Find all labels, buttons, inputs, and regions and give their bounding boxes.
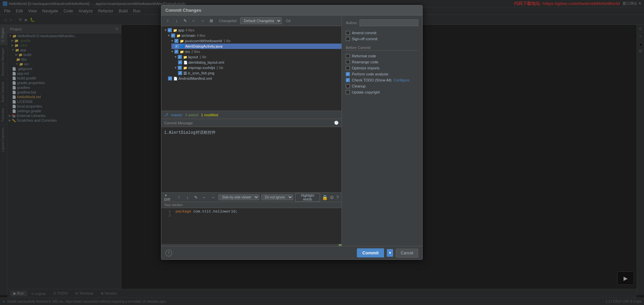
branch-name: master [171,113,182,117]
ft-java-helloworld[interactable]: ▼ ✓ 📁 java\com\ttit\helloworld 1 file [168,38,341,44]
help-button[interactable]: ? [165,250,172,256]
diff-viewer-select[interactable]: Side-by-side viewer [218,194,259,200]
ft-check-fish[interactable]: ✓ [178,71,182,75]
optimize-imports-label: Optimize imports [352,66,380,70]
cancel-button[interactable]: Cancel [396,249,418,257]
dialog-title: Commit Changes [165,8,201,13]
diff-lock-icon[interactable]: 🔒 [322,195,328,200]
diff-line-1: 1 package com.ttit.helloworld; [164,209,339,213]
ft-mipmap[interactable]: ▼ ✓ 📁 mipmap-xxxhdpi 1 file [171,65,341,70]
ft-androidmanifest[interactable]: ✓ 📄 AndroidManifest.xml [165,76,341,81]
dialog-left-panel: ↑ ↓ ✎ ← → ⊞ Changelist: Default Changeli… [161,15,342,246]
ft-app[interactable]: ▼ ✓ 📁 app 4 files [161,27,341,33]
diff-header: ▼ Diff ↑ ↓ ✎ ← → Side-by-side viewer Do … [161,193,341,202]
reformat-code-label: Reformat code [352,54,376,58]
perform-code-analysis-label: Perform code analysis [352,72,388,76]
modified-badge: 1 modified [201,113,218,117]
author-label: Author: [346,21,358,25]
diff-help-icon[interactable]: ? [336,195,339,200]
update-copyright-row: Update copyright [346,90,418,94]
ft-check-layout-xml[interactable]: ✓ [178,60,182,64]
toolbar-diff-right[interactable]: → [199,17,206,24]
diff-scrollbar-area [161,244,341,246]
ft-src-main[interactable]: ▼ ✓ 📁 src\main 4 files [165,33,341,38]
toolbar-navigate-down[interactable]: ↓ [173,17,180,24]
cleanup-checkbox[interactable] [346,84,350,88]
toolbar-edit[interactable]: ✎ [181,17,189,24]
dialog-title-bar: Commit Changes [161,5,422,15]
toolbar-diff-left[interactable]: ← [190,17,198,24]
commit-message-input[interactable]: 1.AlertDialog对话框控件 [161,127,341,192]
check-todo-row: Check TODO (Show All) Configure [346,78,418,82]
diff-nav-down[interactable]: ↓ [184,194,191,201]
diff-area: ▼ Diff ↑ ↓ ✎ ← → Side-by-side viewer Do … [161,192,341,246]
commit-dropdown-button[interactable]: ▼ [387,249,393,257]
footer-buttons: Commit ▼ Cancel [357,248,418,257]
diff-edit[interactable]: ✎ [193,194,199,201]
diff-nav-up[interactable]: ↑ [176,194,182,201]
rearrange-code-checkbox[interactable] [346,60,350,64]
ft-check-srcmain[interactable]: ✓ [171,34,175,38]
ft-layout[interactable]: ▼ ✓ 📁 layout 1 file [171,54,341,60]
ft-check-layout[interactable]: ✓ [178,55,182,59]
diff-right[interactable]: → [210,194,216,201]
perform-code-analysis-checkbox[interactable] [346,72,350,76]
commit-message-history-icon[interactable]: 🕐 [334,121,339,125]
update-copyright-checkbox[interactable] [346,90,350,94]
cleanup-label: Cleanup [352,84,366,88]
dialog-file-toolbar: ↑ ↓ ✎ ← → ⊞ Changelist: Default Changeli… [161,15,341,26]
amend-commit-row: Amend commit [346,31,418,35]
before-commit-section: Before Commit [346,46,418,51]
optimize-imports-checkbox[interactable] [346,66,350,70]
dialog-body: ↑ ↓ ✎ ← → ⊞ Changelist: Default Changeli… [161,15,422,246]
check-todo-label: Check TODO (Show All) [352,78,391,82]
ft-check-mipmap[interactable]: ✓ [178,66,182,70]
toolbar-navigate-up[interactable]: ↑ [164,17,171,24]
changelist-select[interactable]: Default Changelist [240,17,282,24]
ft-check-alertdialog[interactable]: ✓ [175,44,179,48]
added-badge: 3 added [185,113,199,117]
perform-code-analysis-row: Perform code analysis [346,72,418,76]
toolbar-expand[interactable]: ⊞ [208,17,215,24]
reformat-code-row: Reformat code [346,54,418,58]
changelist-label: Changelist: [219,19,237,23]
branch-bar: ⎇ master 3 added 1 modified [161,111,341,119]
sign-off-commit-label: Sign-off commit [352,37,377,41]
diff-ignore-select[interactable]: Do not ignore [261,194,293,200]
amend-commit-checkbox[interactable] [346,31,350,35]
diff-line-2: 2 [164,213,339,218]
ft-res[interactable]: ▼ ✓ 📁 res 2 files [168,49,341,54]
reformat-code-checkbox[interactable] [346,54,350,58]
diff-highlight-words[interactable]: Highlight words [295,193,320,202]
check-todo-checkbox[interactable] [346,78,350,82]
diff-code-content: 1 package com.ttit.helloworld; 2 [161,208,341,244]
rearrange-code-label: Rearrange code [352,60,378,64]
author-row: Author: [346,19,418,26]
git-label: Git [286,19,290,23]
dialog-footer: ? Commit ▼ Cancel [161,246,422,259]
amend-commit-label: Amend commit [352,31,376,35]
dialog-file-tree: ▼ ✓ 📁 app 4 files ▼ ✓ 📁 src\main 4 files… [161,26,341,111]
commit-button[interactable]: Commit [357,248,384,257]
author-input[interactable] [360,19,418,26]
ft-check-res[interactable]: ✓ [174,50,178,54]
ft-check-java[interactable]: ✓ [174,39,178,43]
update-copyright-label: Update copyright [352,90,380,94]
diff-your-version-label: Your version [161,202,341,208]
ft-check-app[interactable]: ✓ [168,28,172,32]
ft-alertdialog-activity[interactable]: ✓ 🟦 AlertDialogActivity.java [171,44,341,49]
ft-alertdialog-layout[interactable]: ✓ 📄 alertdialog_layout.xml [175,60,341,65]
optimize-imports-row: Optimize imports [346,66,418,70]
diff-left[interactable]: ← [201,194,208,201]
diff-scroll-indicator [339,244,341,246]
diff-settings-icon[interactable]: ⚙ [330,195,334,200]
commit-message-area: Commit Message 🕐 1.AlertDialog对话框控件 [161,119,341,192]
ft-icon-fish[interactable]: ✓ 🖼 ic_icon_fish.png [175,70,341,76]
sign-off-commit-row: Sign-off commit [346,37,418,41]
sign-off-commit-checkbox[interactable] [346,37,350,41]
configure-link[interactable]: Configure [393,78,410,82]
ft-check-manifest[interactable]: ✓ [168,76,172,80]
branch-icon: ⎇ [164,113,168,117]
commit-message-label: Commit Message [164,121,193,125]
diff-content-area: Your version 1 package com.ttit.hellowor… [161,202,341,246]
